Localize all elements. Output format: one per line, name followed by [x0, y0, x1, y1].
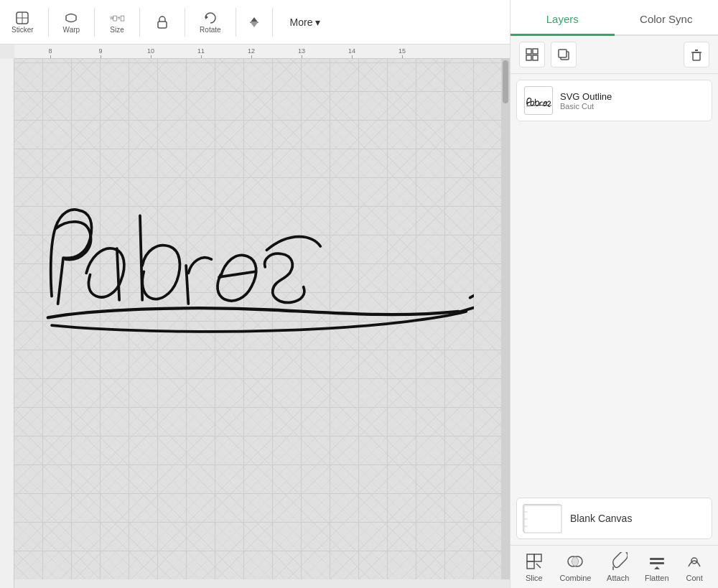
- scrollbar-thumb[interactable]: [503, 60, 508, 103]
- attach-icon: [608, 551, 628, 571]
- more-chevron-icon: ▾: [315, 17, 320, 28]
- slice-label: Slice: [526, 574, 543, 582]
- flatten-label: Flatten: [645, 574, 669, 582]
- separator-5: [236, 8, 236, 37]
- svg-marker-10: [205, 15, 208, 19]
- arrow-up-icon[interactable]: [246, 14, 262, 30]
- ruler-mark-13: 13: [298, 47, 305, 55]
- separator-4: [185, 8, 185, 37]
- ruler-vertical: [0, 59, 14, 588]
- flatten-button[interactable]: Flatten: [639, 549, 675, 585]
- contour-icon: [684, 551, 704, 571]
- svg-rect-33: [650, 558, 664, 560]
- delete-layer-button[interactable]: [684, 42, 709, 67]
- svg-rect-8: [121, 16, 124, 21]
- attach-label: Attach: [607, 574, 629, 582]
- vertical-scrollbar[interactable]: [501, 59, 510, 579]
- duplicate-layer-button[interactable]: [551, 42, 577, 67]
- svg-rect-14: [533, 49, 538, 54]
- contour-button[interactable]: Cont: [679, 549, 710, 585]
- svg-line-29: [536, 564, 541, 568]
- blank-canvas-label: Blank Canvas: [570, 513, 632, 524]
- tab-color-sync[interactable]: Color Sync: [615, 6, 719, 36]
- layer-info: SVG Outline Basic Cut: [560, 91, 612, 111]
- more-label: More: [290, 17, 313, 28]
- lock-tool[interactable]: [150, 11, 174, 33]
- more-button[interactable]: More ▾: [283, 12, 328, 32]
- layer-actions-toolbar: [510, 36, 718, 74]
- svg-text:W: W: [110, 16, 113, 20]
- size-label: Size: [110, 26, 123, 34]
- svg-rect-19: [693, 52, 700, 60]
- lock-icon: [154, 14, 170, 30]
- separator-6: [272, 8, 273, 37]
- svg-rect-6: [113, 16, 117, 21]
- rotate-icon: [202, 10, 218, 26]
- slice-button[interactable]: Slice: [518, 549, 550, 585]
- duplicate-icon: [556, 47, 571, 62]
- trash-icon: [689, 47, 704, 62]
- blank-canvas-thumb: [523, 504, 561, 533]
- panel-bottom-toolbar: Slice Combine Attach: [510, 545, 718, 588]
- svg-rect-28: [527, 561, 534, 569]
- ruler-mark-12: 12: [248, 47, 255, 55]
- attach-button[interactable]: Attach: [601, 549, 635, 585]
- rotate-label: Rotate: [200, 26, 220, 34]
- combine-icon: [565, 551, 585, 571]
- group-icon: [525, 47, 539, 62]
- rotate-tool[interactable]: Rotate: [195, 7, 225, 37]
- svg-marker-12: [250, 22, 258, 27]
- combine-button[interactable]: Combine: [554, 549, 597, 585]
- separator-1: [48, 8, 49, 37]
- layer-name: SVG Outline: [560, 91, 612, 102]
- sticker-icon: [14, 10, 30, 26]
- svg-rect-16: [533, 55, 538, 60]
- sticker-label: Sticker: [11, 26, 34, 34]
- ruler-mark-14: 14: [348, 47, 355, 55]
- svg-rect-26: [527, 554, 534, 561]
- blank-canvas-item[interactable]: Blank Canvas: [516, 498, 712, 539]
- layer-type: Basic Cut: [560, 102, 612, 111]
- right-panel: Layers Color Sync: [510, 0, 718, 588]
- blank-canvas-preview: [523, 505, 562, 533]
- panel-tabs: Layers Color Sync: [510, 0, 718, 36]
- layer-thumb-svg: [526, 89, 551, 112]
- padres-artwork: [29, 102, 474, 368]
- warp-tool[interactable]: Warp: [59, 7, 85, 37]
- separator-3: [139, 8, 140, 37]
- tab-layers[interactable]: Layers: [510, 6, 615, 36]
- ruler-mark-10: 10: [147, 47, 154, 55]
- size-tool[interactable]: W H Size: [105, 7, 129, 37]
- slice-icon: [524, 551, 544, 571]
- layer-item-svg-outline[interactable]: SVG Outline Basic Cut: [516, 80, 712, 121]
- svg-rect-22: [524, 505, 561, 533]
- flatten-icon: [647, 551, 667, 571]
- warp-label: Warp: [63, 26, 80, 34]
- canvas-area: 8 9 10 11 12 13 14 15: [0, 45, 510, 588]
- ruler-mark-15: 15: [398, 47, 406, 55]
- svg-text:H: H: [118, 16, 121, 20]
- size-icon: W H: [109, 10, 125, 26]
- ruler-mark-11: 11: [197, 47, 205, 55]
- svg-marker-35: [654, 566, 660, 569]
- ruler-horizontal: 8 9 10 11 12 13 14 15: [14, 45, 510, 59]
- ruler-mark-9: 9: [98, 47, 102, 55]
- contour-label: Cont: [686, 574, 703, 582]
- svg-rect-15: [526, 55, 531, 60]
- svg-rect-34: [650, 562, 664, 564]
- ruler-mark-8: 8: [48, 47, 52, 55]
- separator-2: [94, 8, 95, 37]
- svg-rect-9: [158, 22, 167, 28]
- design-canvas[interactable]: [14, 59, 501, 579]
- svg-rect-13: [526, 49, 531, 54]
- sticker-tool[interactable]: Sticker: [7, 7, 38, 37]
- svg-rect-18: [559, 50, 567, 57]
- warp-icon: [63, 10, 79, 26]
- svg-rect-27: [534, 554, 541, 561]
- layer-thumbnail: [524, 86, 553, 115]
- group-layers-button[interactable]: [519, 42, 545, 67]
- combine-label: Combine: [559, 574, 591, 582]
